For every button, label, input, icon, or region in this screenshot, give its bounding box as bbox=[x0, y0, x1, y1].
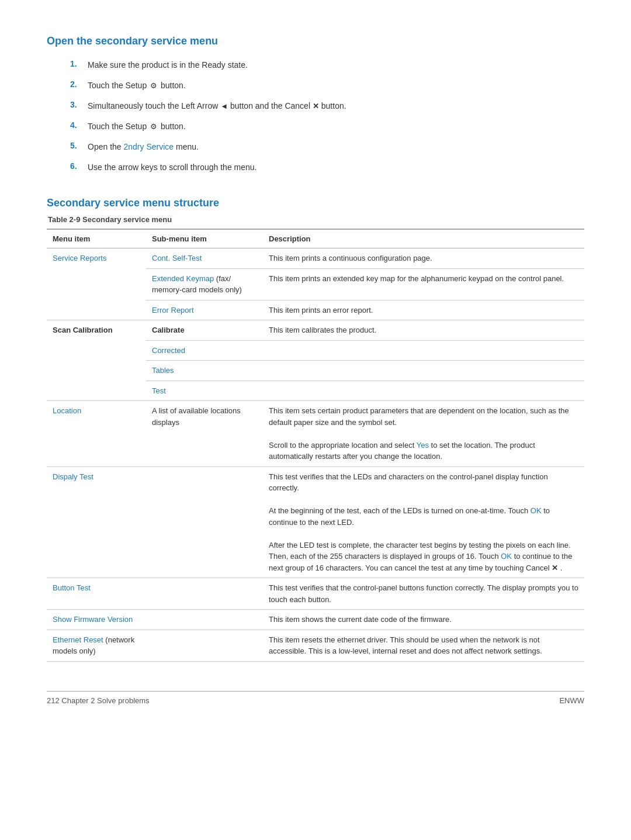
desc-location: This item sets certain product parameter… bbox=[263, 401, 584, 467]
section2-title: Secondary service menu structure bbox=[47, 197, 584, 209]
section1-title: Open the secondary service menu bbox=[47, 35, 584, 47]
page-footer: 212 Chapter 2 Solve problems ENWW bbox=[47, 691, 584, 705]
header-submenu-item: Sub-menu item bbox=[146, 229, 263, 248]
submenu-corrected: Corrected bbox=[146, 340, 263, 361]
table-row: Scan Calibration Calibrate This item cal… bbox=[47, 320, 584, 341]
menu-service-reports: Service Reports bbox=[47, 248, 146, 320]
step-5: 5. Open the 2ndry Service menu. bbox=[70, 141, 584, 153]
menu-button-test: Button Test bbox=[47, 578, 146, 610]
steps-list: 1. Make sure the product is in the Ready… bbox=[70, 59, 584, 174]
submenu-display-test bbox=[146, 466, 263, 578]
step-text-3: Simultaneously touch the Left Arrow ◄ bu… bbox=[88, 100, 346, 112]
desc-calibrate: This item calibrates the product. bbox=[263, 320, 584, 341]
desc-tables bbox=[263, 361, 584, 381]
submenu-firmware-version bbox=[146, 610, 263, 630]
header-description: Description bbox=[263, 229, 584, 248]
step-text-6: Use the arrow keys to scroll through the… bbox=[88, 161, 256, 174]
submenu-calibrate: Calibrate bbox=[146, 320, 263, 341]
menu-location: Location bbox=[47, 401, 146, 467]
step-3: 3. Simultaneously touch the Left Arrow ◄… bbox=[70, 100, 584, 112]
step-text-1: Make sure the product is in the Ready st… bbox=[88, 59, 248, 71]
desc-button-test: This test verifies that the control-pane… bbox=[263, 578, 584, 610]
step-number-5: 5. bbox=[70, 141, 82, 150]
header-menu-item: Menu item bbox=[47, 229, 146, 248]
desc-corrected bbox=[263, 340, 584, 361]
step-text-4: Touch the Setup ⚙ button. bbox=[88, 120, 186, 133]
secondary-service-menu-table: Menu item Sub-menu item Description Serv… bbox=[47, 229, 584, 662]
2ndry-service-link[interactable]: 2ndry Service bbox=[124, 142, 174, 151]
footer-right: ENWW bbox=[559, 696, 584, 705]
menu-display-test: Dispaly Test bbox=[47, 466, 146, 578]
submenu-button-test bbox=[146, 578, 263, 610]
table-row: Show Firmware Version This item shows th… bbox=[47, 610, 584, 630]
desc-extended-keymap: This item prints an extended key map for… bbox=[263, 268, 584, 300]
step-number-2: 2. bbox=[70, 79, 82, 89]
step-number-4: 4. bbox=[70, 120, 82, 130]
table-row: Location A list of available locations d… bbox=[47, 401, 584, 467]
submenu-cont-self-test: Cont. Self-Test bbox=[146, 248, 263, 269]
table-row: Dispaly Test This test verifies that the… bbox=[47, 466, 584, 578]
step-4: 4. Touch the Setup ⚙ button. bbox=[70, 120, 584, 133]
submenu-tables: Tables bbox=[146, 361, 263, 381]
desc-test bbox=[263, 381, 584, 401]
submenu-ethernet-reset bbox=[146, 630, 263, 661]
table-row: Service Reports Cont. Self-Test This ite… bbox=[47, 248, 584, 269]
step-number-1: 1. bbox=[70, 59, 82, 68]
table-header: Menu item Sub-menu item Description bbox=[47, 229, 584, 248]
step-6: 6. Use the arrow keys to scroll through … bbox=[70, 161, 584, 174]
submenu-extended-keymap: Extended Keymap (fax/ memory-card models… bbox=[146, 268, 263, 300]
step-number-6: 6. bbox=[70, 161, 82, 171]
footer-left: 212 Chapter 2 Solve problems bbox=[47, 696, 150, 705]
menu-ethernet-reset: Ethernet Reset (network models only) bbox=[47, 630, 146, 661]
table-row: Button Test This test verifies that the … bbox=[47, 578, 584, 610]
desc-ethernet-reset: This item resets the ethernet driver. Th… bbox=[263, 630, 584, 661]
step-1: 1. Make sure the product is in the Ready… bbox=[70, 59, 584, 71]
table-row: Ethernet Reset (network models only) Thi… bbox=[47, 630, 584, 661]
desc-error-report: This item prints an error report. bbox=[263, 300, 584, 320]
step-2: 2. Touch the Setup ⚙ button. bbox=[70, 79, 584, 92]
cancel-x-icon-table: ✕ bbox=[552, 562, 558, 574]
setup-icon-2: ⚙ bbox=[150, 80, 157, 92]
table-caption: Table 2-9 Secondary service menu bbox=[47, 215, 584, 224]
step-text-5: Open the 2ndry Service menu. bbox=[88, 141, 199, 153]
desc-display-test: This test verifies that the LEDs and cha… bbox=[263, 466, 584, 578]
desc-cont-self-test: This item prints a continuous configurat… bbox=[263, 248, 584, 269]
submenu-test: Test bbox=[146, 381, 263, 401]
table-body: Service Reports Cont. Self-Test This ite… bbox=[47, 248, 584, 662]
setup-icon-4: ⚙ bbox=[150, 121, 157, 133]
step-text-2: Touch the Setup ⚙ button. bbox=[88, 79, 186, 92]
step-number-3: 3. bbox=[70, 100, 82, 109]
menu-firmware-version: Show Firmware Version bbox=[47, 610, 146, 630]
cancel-x-icon: ✕ bbox=[313, 101, 319, 112]
desc-firmware-version: This item shows the current date code of… bbox=[263, 610, 584, 630]
menu-scan-calibration: Scan Calibration bbox=[47, 320, 146, 401]
left-arrow-icon: ◄ bbox=[220, 101, 228, 112]
submenu-error-report: Error Report bbox=[146, 300, 263, 320]
submenu-location: A list of available locations displays bbox=[146, 401, 263, 467]
